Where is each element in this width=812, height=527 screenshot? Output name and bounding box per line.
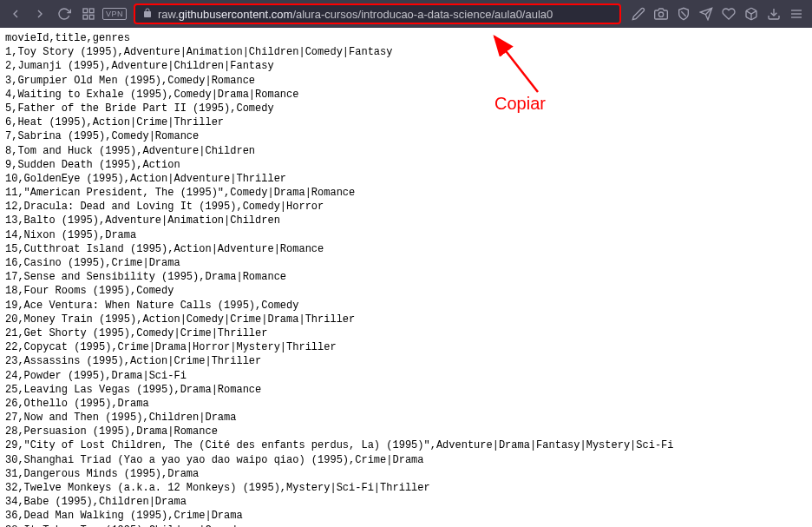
reload-button[interactable] <box>54 3 75 24</box>
browser-toolbar: VPN raw.githubusercontent.com/alura-curs… <box>0 0 812 28</box>
heart-icon[interactable] <box>718 3 739 24</box>
svg-rect-3 <box>83 15 88 19</box>
svg-rect-0 <box>83 9 88 13</box>
vpn-badge[interactable]: VPN <box>102 8 127 20</box>
url-prefix: raw. <box>158 8 179 21</box>
send-icon[interactable] <box>696 3 717 24</box>
back-button[interactable] <box>5 3 26 24</box>
url-domain: githubusercontent.com <box>179 8 293 21</box>
url-bar[interactable]: raw.githubusercontent.com/alura-cursos/i… <box>134 3 621 24</box>
csv-content: movieId,title,genres 1,Toy Story (1995),… <box>0 28 812 527</box>
menu-icon[interactable] <box>786 3 807 24</box>
edit-icon[interactable] <box>628 3 649 24</box>
forward-button[interactable] <box>29 3 50 24</box>
url-path: /alura-cursos/introducao-a-data-science/… <box>292 8 553 21</box>
cube-icon[interactable] <box>741 3 762 24</box>
svg-point-4 <box>658 12 663 16</box>
svg-line-5 <box>681 11 685 16</box>
svg-rect-1 <box>89 9 94 13</box>
lock-icon <box>142 8 153 21</box>
download-icon[interactable] <box>763 3 784 24</box>
camera-icon[interactable] <box>651 3 671 24</box>
shield-icon[interactable] <box>673 3 694 24</box>
svg-rect-2 <box>89 15 94 19</box>
speed-dial-button[interactable] <box>78 3 99 24</box>
